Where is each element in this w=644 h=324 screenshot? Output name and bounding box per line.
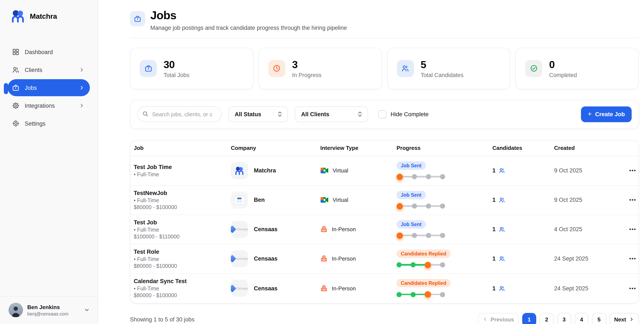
job-cell: Test Role • Full-Time $80000 - $100000	[134, 248, 231, 269]
previous-page-button[interactable]: Previous	[478, 313, 519, 324]
progress-dots	[396, 291, 492, 298]
sidebar-item-clients[interactable]: Clients	[8, 61, 90, 78]
user-menu[interactable]: Ben Jenkins benj@censaas.com	[0, 296, 98, 324]
company-cell: Censaas Censaas	[231, 250, 320, 267]
chevron-left-icon	[482, 317, 488, 322]
progress-connector	[403, 176, 412, 178]
progress-dot	[440, 233, 445, 238]
sidebar-item-label: Jobs	[25, 84, 37, 91]
candidates-cell: 1	[492, 226, 554, 233]
progress-cell: Candidates Replied	[396, 279, 492, 298]
sidebar-item-jobs[interactable]: Jobs	[8, 79, 90, 96]
chevron-right-icon	[629, 317, 634, 322]
stat-value: 3	[292, 58, 322, 70]
chevron-right-icon	[79, 103, 85, 109]
table-row[interactable]: Test Job • Full-Time $100000 - $110000 C…	[130, 215, 638, 244]
create-job-button[interactable]: + Create Job	[581, 106, 632, 122]
stat-cards: 30 Total Jobs 3 In Progress	[130, 47, 639, 89]
job-title: Test Job Time	[134, 164, 231, 170]
list-footer: Showing 1 to 5 of 30 jobs Previous 1 2 3…	[130, 313, 639, 324]
interview-type-label: Virtual	[333, 167, 348, 174]
sidebar-item-integrations[interactable]: Integrations	[8, 97, 90, 114]
briefcase-icon	[12, 84, 20, 91]
candidates-cell: 1	[492, 197, 554, 203]
progress-dot	[396, 262, 402, 267]
progress-dots	[396, 174, 492, 180]
progress-dot	[440, 262, 445, 267]
sidebar-item-label: Settings	[25, 120, 46, 127]
sidebar-item-label: Dashboard	[25, 49, 53, 55]
job-salary-range: $80000 - $100000	[134, 204, 231, 210]
page-button[interactable]: 1	[522, 313, 536, 324]
column-header-progress: Progress	[396, 145, 492, 151]
company-cell: Ben	[231, 191, 320, 208]
interview-type-cell: Virtual	[320, 167, 396, 174]
status-filter-select[interactable]: All Status	[228, 106, 288, 122]
sidebar-item-label: Integrations	[25, 102, 55, 109]
sidebar-item-settings[interactable]: Settings	[8, 115, 90, 132]
job-employment-type: • Full-Time	[134, 286, 231, 292]
table-row[interactable]: Test Role • Full-Time $80000 - $100000 C…	[130, 244, 638, 274]
progress-dot	[426, 204, 431, 209]
company-logo-censaas: Censaas	[231, 250, 248, 267]
page-button[interactable]: 2	[540, 313, 554, 324]
sidebar-item-dashboard[interactable]: Dashboard	[8, 43, 90, 60]
progress-connector	[416, 264, 425, 266]
candidate-count: 1	[492, 285, 496, 292]
hide-complete-checkbox[interactable]	[378, 110, 386, 118]
stat-value: 30	[164, 58, 190, 70]
row-actions-menu-button[interactable]	[626, 166, 638, 175]
client-filter-select[interactable]: All Clients	[295, 106, 368, 122]
hide-complete-toggle[interactable]: Hide Complete	[378, 110, 429, 118]
candidates-users-icon	[498, 285, 505, 292]
interview-type-label: In-Person	[332, 285, 356, 292]
hide-complete-label: Hide Complete	[390, 111, 429, 117]
page-button[interactable]: 4	[574, 313, 589, 324]
search-input[interactable]	[137, 106, 222, 122]
stat-card-total-jobs: 30 Total Jobs	[130, 47, 254, 89]
progress-connector	[431, 264, 440, 266]
table-row[interactable]: Test Job Time • Full-Time Matchra	[130, 156, 638, 185]
row-actions-menu-button[interactable]	[626, 195, 638, 205]
progress-connector	[403, 205, 412, 207]
progress-connector	[402, 264, 410, 266]
next-page-button[interactable]: Next	[610, 313, 639, 324]
job-salary-range: $80000 - $100000	[134, 293, 231, 299]
plus-icon: +	[588, 110, 592, 117]
status-badge: Job Sent	[396, 220, 426, 228]
progress-dot	[396, 174, 403, 180]
row-actions-menu-button[interactable]	[626, 225, 638, 234]
candidates-users-icon	[498, 197, 505, 203]
stat-label: Total Candidates	[420, 72, 464, 78]
sidebar-nav: Dashboard Clients Jobs	[0, 43, 98, 132]
interview-type-cell: In-Person	[320, 255, 396, 262]
sidebar: Matchra Dashboard Clients	[0, 0, 98, 324]
interview-type-label: In-Person	[332, 226, 356, 233]
table-row[interactable]: Calendar Sync Test • Full-Time $80000 - …	[130, 274, 638, 303]
page-subtitle: Manage job postings and track candidate …	[150, 24, 347, 31]
job-title: Test Role	[134, 248, 231, 255]
chevron-right-icon	[79, 85, 85, 91]
clock-icon	[268, 60, 285, 77]
actions-cell	[626, 254, 639, 263]
stat-card-completed: 0 Completed	[516, 47, 639, 89]
created-date: 4 Oct 2025	[554, 226, 626, 233]
page-button[interactable]: 3	[557, 313, 571, 324]
table-row[interactable]: TestNewJob • Full-Time $80000 - $100000 …	[130, 185, 638, 215]
user-name: Ben Jenkins	[27, 304, 68, 310]
progress-dot	[410, 292, 416, 297]
job-salary-range: $80000 - $100000	[134, 263, 231, 269]
main-content: Jobs Manage job postings and track candi…	[98, 0, 644, 324]
page-button[interactable]: 5	[592, 313, 606, 324]
progress-connector	[431, 205, 440, 207]
progress-connector	[417, 176, 426, 178]
building-icon	[320, 255, 328, 262]
stat-label: Completed	[549, 72, 577, 78]
company-name: Matchra	[254, 167, 276, 174]
progress-dot	[396, 203, 403, 209]
row-actions-menu-button[interactable]	[626, 254, 638, 263]
interview-type-label: Virtual	[333, 197, 348, 203]
job-employment-type: • Full-Time	[134, 256, 231, 262]
row-actions-menu-button[interactable]	[626, 284, 638, 293]
building-icon	[320, 285, 328, 292]
